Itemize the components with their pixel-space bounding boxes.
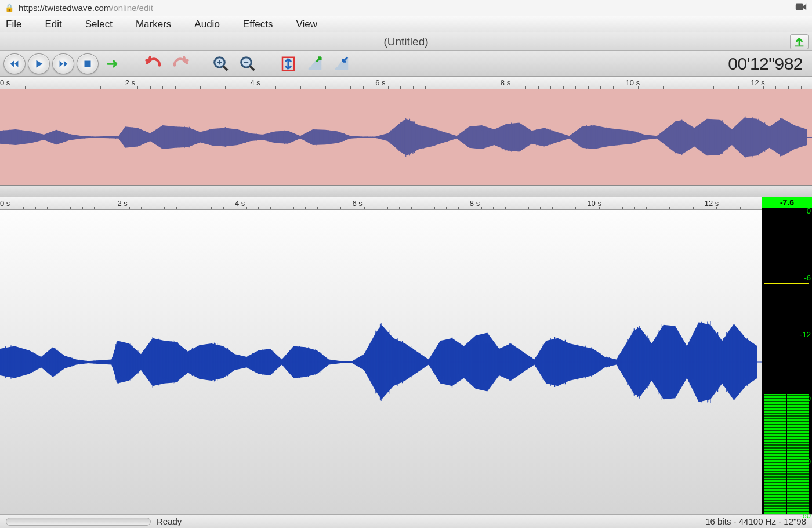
ruler-tick: 8 s: [470, 199, 480, 208]
title-bar: (Untitled): [0, 32, 812, 51]
status-bar: Ready 16 bits - 44100 Hz - 12"98: [0, 514, 812, 528]
divider-bar: [0, 186, 812, 197]
meter-scale-label: -12: [800, 330, 811, 339]
menu-markers[interactable]: Markers: [136, 19, 171, 30]
ruler-tick: 0 s: [0, 199, 10, 208]
document-title: (Untitled): [383, 35, 428, 48]
meter-scale-label: 0: [807, 207, 811, 215]
toolbar: 00'12"982: [0, 51, 812, 77]
svg-rect-1: [85, 60, 91, 67]
ruler-tick: 12 s: [751, 78, 765, 87]
zoom-out-button[interactable]: [235, 53, 260, 74]
ruler-tick: 4 s: [235, 199, 245, 208]
svg-rect-0: [796, 3, 803, 10]
fade-in-button[interactable]: [303, 53, 327, 74]
ruler-tick: 6 s: [375, 78, 385, 87]
ruler-tick: 10 s: [626, 78, 640, 87]
overview-waveform[interactable]: [0, 89, 812, 186]
zoom-in-button[interactable]: [209, 53, 233, 74]
loop-arrow-button[interactable]: [101, 53, 125, 74]
fade-out-button[interactable]: [329, 53, 354, 74]
save-upload-button[interactable]: [790, 34, 809, 49]
rewind-button[interactable]: [3, 53, 26, 74]
lock-icon: 🔒: [5, 3, 14, 12]
menu-edit[interactable]: Edit: [45, 19, 61, 30]
ruler-tick: 0 s: [0, 78, 10, 87]
meter-peak-line: [764, 283, 809, 284]
stop-button[interactable]: [77, 53, 99, 74]
camera-icon[interactable]: [795, 1, 807, 16]
level-meter: -7.6 0-6-12-20-30-60: [762, 197, 812, 514]
ruler-tick: 6 s: [352, 199, 362, 208]
meter-peak-value: -7.6: [762, 197, 812, 208]
menu-select[interactable]: Select: [85, 19, 113, 30]
meter-bar: [787, 394, 809, 514]
time-display: 00'12"982: [728, 54, 809, 74]
browser-url-bar: 🔒 https://twistedwave.com/online/edit: [0, 0, 812, 16]
status-text: Ready: [157, 516, 182, 526]
menu-file[interactable]: File: [6, 19, 21, 30]
meter-scale-label: -6: [804, 273, 811, 282]
meter-bar: [764, 394, 786, 514]
ruler-tick: 4 s: [250, 78, 260, 87]
menu-effects[interactable]: Effects: [243, 19, 273, 30]
menu-bar: File Edit Select Markers Audio Effects V…: [0, 16, 812, 32]
ruler-tick: 8 s: [501, 78, 510, 87]
ruler-tick: 10 s: [587, 199, 601, 208]
progress-bar: [6, 518, 151, 526]
fast-forward-button[interactable]: [52, 53, 74, 74]
ruler-tick: 2 s: [117, 199, 127, 208]
ruler-tick: 12 s: [705, 199, 719, 208]
fit-vertical-button[interactable]: [276, 53, 300, 74]
undo-button[interactable]: [142, 53, 166, 74]
menu-audio[interactable]: Audio: [194, 19, 219, 30]
redo-button[interactable]: [168, 53, 193, 74]
play-button[interactable]: [28, 53, 50, 74]
ruler-tick: 2 s: [125, 78, 135, 87]
menu-view[interactable]: View: [296, 19, 318, 30]
status-format-text: 16 bits - 44100 Hz - 12"98: [705, 516, 812, 526]
url-text[interactable]: https://twistedwave.com/online/edit: [19, 3, 790, 13]
main-waveform[interactable]: [0, 210, 762, 514]
main-ruler[interactable]: 0 s2 s4 s6 s8 s10 s12 s: [0, 197, 762, 210]
overview-ruler[interactable]: 0 s2 s4 s6 s8 s10 s12 s: [0, 77, 812, 89]
